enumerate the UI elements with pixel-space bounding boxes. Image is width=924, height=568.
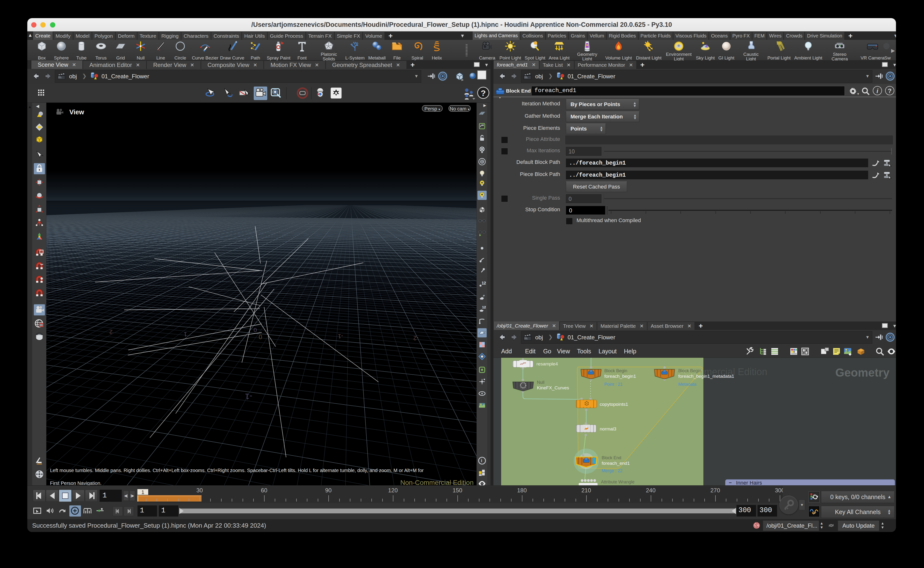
svg-text:-2: -2 [413, 335, 419, 341]
svg-text:-1: -1 [338, 333, 343, 340]
svg-text:i: i [481, 458, 482, 463]
svg-text:-1: -1 [245, 392, 252, 401]
svg-text:22x: 22x [38, 334, 41, 337]
svg-text:0: 0 [254, 327, 257, 333]
svg-text:0: 0 [259, 333, 262, 341]
svg-text:12: 12 [482, 281, 486, 285]
svg-text:1: 1 [184, 331, 187, 338]
svg-text:12: 12 [482, 305, 486, 309]
svg-text:2: 2 [110, 329, 113, 335]
